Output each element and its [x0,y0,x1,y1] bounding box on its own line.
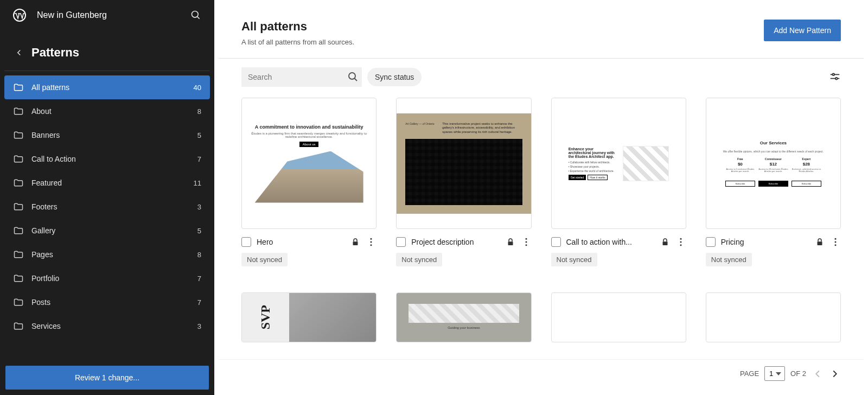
pattern-card: Enhance your architectural journey with … [551,98,686,273]
pattern-thumbnail[interactable] [551,292,686,342]
pattern-thumbnail[interactable]: Our Services We offer flexible options, … [706,98,841,229]
folder-icon [13,201,24,212]
svg-point-1 [192,11,199,18]
pattern-thumbnail[interactable]: Guiding your business [396,292,531,342]
pattern-thumbnail[interactable]: SVP [241,292,376,342]
pattern-card [551,292,686,349]
main-header: All patterns A list of all patterns from… [219,4,864,59]
sync-status-filter[interactable]: Sync status [367,68,422,86]
pattern-checkbox[interactable] [241,237,251,247]
pattern-title[interactable]: Call to action with... [566,238,655,246]
sidebar-item-footers[interactable]: Footers3 [4,195,210,219]
category-label: Portfolio [31,274,59,283]
svg-point-8 [835,77,838,79]
svg-point-14 [525,238,527,240]
more-actions-button[interactable] [366,237,376,247]
pattern-thumbnail[interactable]: Art Gallery — of OntarioThis transformat… [396,98,531,229]
svg-point-16 [525,244,527,246]
chevron-right-icon [829,368,841,380]
folder-icon [13,154,24,164]
pattern-thumbnail[interactable] [706,292,841,342]
folder-icon [13,106,24,117]
page-of-label: OF 2 [790,369,806,378]
sliders-icon [829,71,841,82]
sync-status-badge: Not synced [706,253,752,266]
main-header-left: All patterns A list of all patterns from… [241,20,764,46]
pattern-title[interactable]: Project description [411,238,500,246]
page-label: PAGE [740,369,759,378]
svg-point-23 [835,241,837,243]
chevron-left-icon[interactable] [14,48,24,58]
review-changes-button[interactable]: Review 1 change... [5,366,209,390]
sidebar-item-all-patterns[interactable]: All patterns40 [4,75,210,99]
category-count: 7 [197,275,201,283]
search-input[interactable] [248,73,347,81]
wordpress-logo-icon[interactable] [13,9,26,22]
pattern-checkbox[interactable] [396,237,406,247]
sidebar-item-about[interactable]: About8 [4,99,210,123]
sidebar-top: New in Gutenberg [0,0,214,30]
folder-icon [13,321,24,332]
category-label: Posts [31,298,50,307]
add-new-pattern-button[interactable]: Add New Pattern [764,20,841,41]
svg-line-4 [355,79,358,81]
header-search-button[interactable] [190,10,201,21]
folder-icon [13,82,24,93]
category-count: 7 [197,155,201,163]
pattern-checkbox[interactable] [706,237,716,247]
svg-point-12 [371,244,372,246]
folder-icon [13,249,24,260]
sidebar-item-services[interactable]: Services3 [4,314,210,338]
svg-rect-17 [662,241,667,245]
category-label: Footers [31,202,57,211]
sidebar-item-featured[interactable]: Featured11 [4,171,210,195]
prev-page-button[interactable] [812,368,824,380]
more-actions-button[interactable] [521,237,532,247]
more-actions-button[interactable] [830,237,841,247]
svg-point-0 [14,9,25,21]
page-select[interactable]: 1 [764,366,785,381]
main: All patterns A list of all patterns from… [219,4,864,391]
sidebar-item-call-to-action[interactable]: Call to Action7 [4,147,210,171]
folder-icon [13,297,24,308]
pattern-checkbox[interactable] [551,237,561,247]
svg-line-2 [197,17,200,19]
patterns-title: Patterns [31,46,79,60]
folder-icon [13,130,24,141]
category-label: Services [31,322,61,330]
sidebar-item-banners[interactable]: Banners5 [4,123,210,147]
pattern-card [706,292,841,349]
sync-status-badge: Not synced [396,253,442,266]
search-icon[interactable] [347,71,360,84]
site-title[interactable]: New in Gutenberg [37,10,180,20]
category-label: Banners [31,131,60,139]
svg-point-19 [680,241,681,243]
sidebar-item-posts[interactable]: Posts7 [4,290,210,314]
more-actions-button[interactable] [675,237,686,247]
pattern-thumbnail[interactable]: Enhance your architectural journey with … [551,98,686,229]
pattern-thumbnail[interactable]: A commitment to innovation and sustainab… [241,98,376,229]
svg-point-22 [835,238,837,240]
chevron-left-icon [812,368,824,380]
category-count: 8 [197,107,201,116]
category-count: 11 [194,179,201,187]
category-count: 3 [197,203,201,211]
svg-rect-13 [508,241,513,245]
svg-point-11 [371,241,372,243]
next-page-button[interactable] [829,368,841,380]
review-wrap: Review 1 change... [0,360,214,395]
sync-status-badge: Not synced [551,253,597,266]
pattern-title[interactable]: Pricing [721,238,809,246]
search-icon [190,10,201,21]
page-title: All patterns [241,20,764,34]
folder-icon [13,273,24,284]
sidebar-item-portfolio[interactable]: Portfolio7 [4,266,210,290]
category-label: Featured [31,179,62,187]
svg-point-20 [680,244,681,246]
category-label: About [31,107,52,116]
category-label: All patterns [31,83,69,92]
sidebar-item-gallery[interactable]: Gallery5 [4,219,210,243]
sidebar-item-pages[interactable]: Pages8 [4,243,210,266]
pattern-title[interactable]: Hero [257,238,345,246]
view-settings-button[interactable] [829,71,841,84]
